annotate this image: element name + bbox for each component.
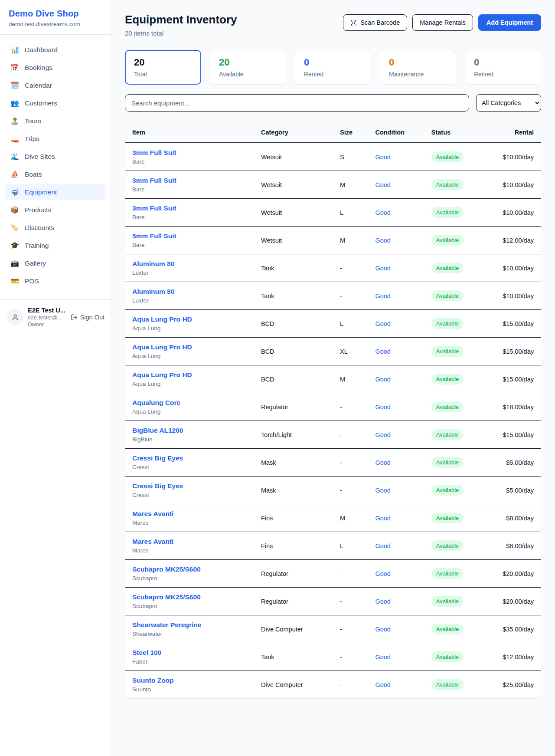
search-input[interactable]	[125, 94, 469, 112]
item-size: M	[333, 504, 368, 532]
item-category: Mask	[254, 449, 333, 477]
sidebar-item-calendar[interactable]: 🗓️ Calendar	[5, 77, 105, 93]
item-condition-link[interactable]: Good	[368, 393, 424, 421]
item-name-link[interactable]: Suunto Zoop	[132, 677, 247, 684]
stats-row: 20 Total 20 Available 0 Rented 0 Mainten…	[125, 50, 541, 85]
item-condition-link[interactable]: Good	[368, 338, 424, 365]
manage-rentals-button[interactable]: Manage Rentals	[412, 14, 473, 31]
item-name-link[interactable]: Cressi Big Eyes	[132, 454, 247, 462]
item-name-link[interactable]: 5mm Full Suit	[132, 232, 247, 240]
item-condition-link[interactable]: Good	[368, 615, 424, 643]
item-size: XL	[333, 338, 368, 365]
item-name-link[interactable]: 3mm Full Suit	[132, 177, 247, 184]
item-name-link[interactable]: Aqua Lung Pro HD	[132, 343, 247, 351]
status-badge: Available	[431, 429, 464, 440]
sidebar-item-customers[interactable]: 👥 Customers	[5, 95, 105, 111]
item-name-link[interactable]: Cressi Big Eyes	[132, 482, 247, 490]
item-condition-link[interactable]: Good	[368, 227, 424, 254]
item-name-link[interactable]: Aluminum 80	[132, 288, 247, 296]
item-condition-link[interactable]: Good	[368, 449, 424, 477]
item-condition-link[interactable]: Good	[368, 143, 424, 171]
category-select[interactable]: All Categories	[476, 94, 541, 112]
sidebar-item-pos[interactable]: 💳 POS	[5, 273, 105, 289]
item-condition-link[interactable]: Good	[368, 365, 424, 393]
item-condition-link[interactable]: Good	[368, 560, 424, 588]
item-condition-link[interactable]: Good	[368, 532, 424, 560]
item-name-link[interactable]: Mares Avanti	[132, 538, 247, 546]
add-equipment-button[interactable]: Add Equipment	[478, 14, 541, 31]
item-brand: Cressi	[132, 464, 247, 470]
stat-card-retired[interactable]: 0 Retired	[465, 50, 541, 85]
sign-out-button[interactable]: Sign Out	[71, 314, 104, 321]
user-role: Owner	[28, 322, 66, 328]
sidebar-item-tours[interactable]: 🏝️ Tours	[5, 113, 105, 129]
col-header-category: Category	[254, 122, 333, 143]
sidebar-item-dashboard[interactable]: 📊 Dashboard	[5, 42, 105, 58]
sidebar-item-equipment[interactable]: 🤿 Equipment	[5, 184, 105, 200]
item-category: BCD	[254, 310, 333, 338]
stat-label: Maintenance	[389, 71, 447, 78]
item-rental-price: $18.00/day	[483, 393, 541, 421]
item-condition-link[interactable]: Good	[368, 310, 424, 338]
sidebar: Demo Dive Shop demo.test.divestreams.com…	[0, 0, 111, 756]
stat-card-rented[interactable]: 0 Rented	[295, 50, 371, 85]
item-condition-link[interactable]: Good	[368, 282, 424, 310]
sidebar-item-boats[interactable]: ⛵ Boats	[5, 166, 105, 182]
sidebar-item-dive-sites[interactable]: 🌊 Dive Sites	[5, 148, 105, 164]
item-name-link[interactable]: Aqua Lung Pro HD	[132, 371, 247, 379]
sidebar-item-label: Customers	[25, 99, 57, 107]
sidebar-item-label: Products	[25, 206, 51, 214]
item-condition-link[interactable]: Good	[368, 477, 424, 504]
sidebar-item-products[interactable]: 📦 Products	[5, 202, 105, 218]
item-name-link[interactable]: Steel 100	[132, 649, 247, 657]
item-name-link[interactable]: Aqua Lung Pro HD	[132, 316, 247, 323]
item-condition-link[interactable]: Good	[368, 671, 424, 699]
sidebar-item-label: Dashboard	[25, 46, 58, 54]
item-condition-link[interactable]: Good	[368, 643, 424, 671]
sidebar-item-discounts[interactable]: 🏷️ Discounts	[5, 220, 105, 236]
stat-card-available[interactable]: 20 Available	[210, 50, 286, 85]
item-name-link[interactable]: Shearwater Peregrine	[132, 621, 247, 629]
status-badge: Available	[431, 540, 464, 551]
item-rental-price: $35.00/day	[483, 615, 541, 643]
stat-card-maintenance[interactable]: 0 Maintenance	[380, 50, 456, 85]
item-name-link[interactable]: 3mm Full Suit	[132, 204, 247, 212]
item-condition-link[interactable]: Good	[368, 171, 424, 199]
item-condition-link[interactable]: Good	[368, 421, 424, 449]
item-name-link[interactable]: Mares Avanti	[132, 510, 247, 518]
sidebar-item-label: Tours	[25, 117, 41, 125]
avatar	[7, 309, 23, 325]
scan-barcode-button[interactable]: Scan Barcode	[343, 14, 407, 31]
item-name-link[interactable]: Aluminum 80	[132, 260, 247, 268]
item-condition-link[interactable]: Good	[368, 199, 424, 227]
item-category: Regulator	[254, 588, 333, 615]
item-name-link[interactable]: 3mm Full Suit	[132, 149, 247, 157]
item-condition-link[interactable]: Good	[368, 588, 424, 615]
item-name-link[interactable]: Scubapro MK25/S600	[132, 593, 247, 601]
item-category: Mask	[254, 477, 333, 504]
item-name-link[interactable]: Aqualung Core	[132, 399, 247, 407]
sidebar-item-bookings[interactable]: 📅 Bookings	[5, 59, 105, 76]
item-rental-price: $10.00/day	[483, 171, 541, 199]
item-brand: Faber	[132, 658, 247, 665]
item-name-link[interactable]: BigBlue AL1200	[132, 427, 247, 434]
sidebar-item-gallery[interactable]: 📸 Gallery	[5, 255, 105, 271]
stat-card-total[interactable]: 20 Total	[125, 50, 201, 85]
item-brand: Bare	[132, 242, 247, 248]
sidebar-item-training[interactable]: 🎓 Training	[5, 237, 105, 253]
dive-sites-icon: 🌊	[10, 152, 19, 161]
training-icon: 🎓	[10, 241, 19, 250]
page-header-text: Equipment Inventory 20 items total	[125, 13, 237, 37]
page-header: Equipment Inventory 20 items total Scan …	[125, 13, 541, 37]
item-brand: Aqua Lung	[132, 325, 247, 332]
item-rental-price: $20.00/day	[483, 588, 541, 615]
item-name-link[interactable]: Scubapro MK25/S600	[132, 565, 247, 573]
table-row: Suunto Zoop Suunto Dive Computer - Good …	[125, 671, 541, 699]
item-category: Tank	[254, 643, 333, 671]
manage-rentals-label: Manage Rentals	[420, 19, 466, 26]
page-title: Equipment Inventory	[125, 13, 237, 26]
item-condition-link[interactable]: Good	[368, 504, 424, 532]
sidebar-item-trips[interactable]: 🚤 Trips	[5, 131, 105, 147]
item-brand: Aqua Lung	[132, 353, 247, 359]
item-condition-link[interactable]: Good	[368, 254, 424, 282]
